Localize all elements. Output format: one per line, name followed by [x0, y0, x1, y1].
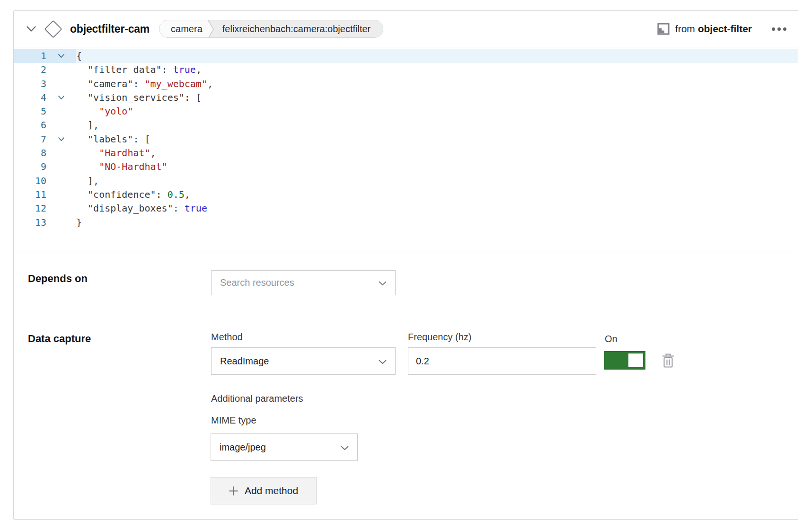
json-config-editor[interactable]: 1{2 "filter_data": true,3 "camera": "my_… — [14, 48, 798, 253]
resource-name: objectfilter-cam — [70, 23, 150, 35]
module-source-label: from object-filter — [675, 23, 752, 35]
method-select[interactable]: ReadImage — [211, 347, 396, 375]
line-number: 10 — [14, 174, 46, 188]
fold-chevron-icon[interactable] — [46, 132, 76, 146]
line-number: 6 — [14, 118, 46, 132]
code-text: } — [76, 216, 798, 230]
code-line-3[interactable]: 3 "camera": "my_webcam", — [14, 77, 798, 91]
gutter: 8 — [14, 146, 76, 160]
module-icon — [657, 23, 670, 35]
code-text: "display_boxes": true — [76, 202, 798, 215]
gutter-spacer — [46, 77, 76, 91]
code-text: "vision_services": [ — [76, 91, 798, 105]
resource-card: objectfilter-cam camera felixreichenbach… — [13, 10, 798, 520]
data-capture-heading: Data capture — [28, 333, 91, 345]
line-number: 5 — [14, 105, 46, 118]
depends-on-heading: Depends on — [28, 273, 88, 285]
badge-separator — [206, 20, 215, 38]
method-value: ReadImage — [220, 356, 269, 367]
gutter: 13 — [14, 216, 76, 230]
code-line-6[interactable]: 6 ], — [14, 118, 798, 132]
code-text: "filter_data": true, — [76, 63, 798, 77]
gutter: 5 — [14, 105, 76, 118]
gutter: 11 — [14, 188, 76, 202]
line-number: 2 — [14, 63, 46, 77]
gutter: 3 — [14, 77, 76, 91]
gutter-spacer — [46, 174, 76, 188]
gutter: 6 — [14, 118, 76, 132]
line-number: 7 — [14, 132, 46, 146]
method-label: Method — [211, 332, 243, 343]
resource-model: felixreichenbach:camera:objectfilter — [215, 20, 383, 37]
mime-type-select[interactable]: image/jpeg — [211, 433, 358, 461]
chevron-down-icon — [341, 442, 349, 453]
gutter: 9 — [14, 160, 76, 174]
more-options-button[interactable] — [771, 25, 787, 34]
code-line-4[interactable]: 4 "vision_services": [ — [14, 91, 798, 105]
frequency-input[interactable] — [408, 347, 596, 375]
divider — [14, 313, 798, 313]
gutter: 10 — [14, 174, 76, 188]
code-line-10[interactable]: 10 ], — [14, 174, 798, 188]
gutter-spacer — [46, 118, 76, 132]
fold-chevron-icon[interactable] — [46, 49, 76, 63]
add-method-label: Add method — [245, 485, 298, 496]
code-text: "yolo" — [76, 105, 798, 118]
line-number: 12 — [14, 202, 46, 215]
add-method-button[interactable]: Add method — [211, 477, 317, 504]
line-number: 9 — [14, 160, 46, 174]
fold-chevron-icon[interactable] — [46, 91, 76, 105]
gutter: 4 — [14, 91, 76, 105]
code-text: "Hardhat", — [76, 146, 798, 160]
code-text: ], — [76, 174, 798, 188]
line-number: 11 — [14, 188, 46, 202]
code-line-2[interactable]: 2 "filter_data": true, — [14, 63, 798, 77]
gutter-spacer — [46, 188, 76, 202]
delete-method-button[interactable] — [661, 353, 675, 369]
plus-icon — [229, 486, 238, 495]
line-number: 4 — [14, 91, 46, 105]
chevron-down-icon — [379, 277, 387, 288]
code-text: "NO-Hardhat" — [76, 160, 798, 174]
code-line-9[interactable]: 9 "NO-Hardhat" — [14, 160, 798, 174]
gutter-spacer — [46, 105, 76, 118]
line-number: 13 — [14, 216, 46, 230]
camera-resource-icon — [43, 18, 63, 39]
line-number: 1 — [14, 49, 46, 63]
gutter: 1 — [14, 49, 76, 63]
code-text: "camera": "my_webcam", — [76, 77, 798, 91]
toggle-knob — [628, 353, 643, 367]
divider — [14, 253, 798, 253]
mime-type-value: image/jpeg — [220, 442, 266, 453]
collapse-chevron-icon[interactable] — [26, 26, 37, 32]
depends-on-placeholder: Search resources — [220, 277, 294, 288]
gutter-spacer — [46, 63, 76, 77]
code-text: { — [76, 49, 798, 63]
gutter-spacer — [46, 216, 76, 230]
gutter: 2 — [14, 63, 76, 77]
mime-type-label: MIME type — [211, 415, 256, 426]
code-line-8[interactable]: 8 "Hardhat", — [14, 146, 798, 160]
code-line-13[interactable]: 13} — [14, 216, 798, 230]
code-line-12[interactable]: 12 "display_boxes": true — [14, 202, 798, 215]
code-line-7[interactable]: 7 "labels": [ — [14, 132, 798, 146]
resource-type: camera — [159, 20, 206, 37]
frequency-label: Frequency (hz) — [408, 332, 472, 343]
gutter: 7 — [14, 132, 76, 146]
additional-parameters-label: Additional parameters — [211, 393, 303, 404]
code-line-1[interactable]: 1{ — [14, 49, 798, 63]
code-text: ], — [76, 118, 798, 132]
gutter: 12 — [14, 202, 76, 215]
chevron-down-icon — [379, 356, 387, 367]
depends-on-select[interactable]: Search resources — [211, 270, 396, 295]
gutter-spacer — [46, 202, 76, 215]
gutter-spacer — [46, 146, 76, 160]
capture-on-toggle[interactable] — [604, 351, 645, 370]
line-number: 8 — [14, 146, 46, 160]
code-text: "confidence": 0.5, — [76, 188, 798, 202]
code-line-11[interactable]: 11 "confidence": 0.5, — [14, 188, 798, 202]
line-number: 3 — [14, 77, 46, 91]
gutter-spacer — [46, 160, 76, 174]
resource-type-model-badge: camera felixreichenbach:camera:objectfil… — [159, 20, 383, 38]
code-line-5[interactable]: 5 "yolo" — [14, 105, 798, 118]
